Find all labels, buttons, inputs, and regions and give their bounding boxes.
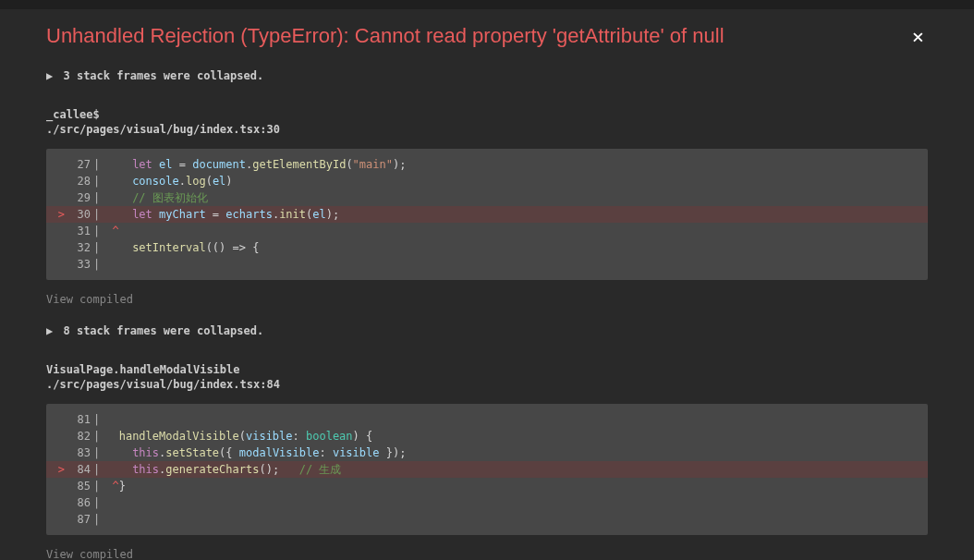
code-line: 33| [46,256,928,273]
code-line: 83| this.setState({ modalVisible: visibl… [46,444,928,461]
code-snippet-1: 27| let el = document.getElementById("ma… [46,149,928,280]
code-line: 32| setInterval(() => { [46,239,928,256]
error-overlay: Unhandled Rejection (TypeError): Cannot … [0,9,974,560]
disclosure-arrow-icon: ▶ [46,69,53,82]
view-compiled-link[interactable]: View compiled [46,548,928,560]
stack-frame-location: ./src/pages/visual/bug/index.tsx:84 [46,378,928,391]
code-line: 85| ^} [46,478,928,494]
collapsed-frames-toggle-2[interactable]: ▶ 8 stack frames were collapsed. [46,324,928,337]
error-title: Unhandled Rejection (TypeError): Cannot … [46,23,724,50]
code-line-error: >84| this.generateCharts(); // 生成 [46,461,928,478]
code-line: 82| handleModalVisible(visible: boolean)… [46,428,928,444]
code-line-error: >30| let myChart = echarts.init(el); [46,206,928,223]
view-compiled-link[interactable]: View compiled [46,293,928,306]
code-line: 28| console.log(el) [46,173,928,189]
code-line: 87| [46,511,928,528]
code-line: 27| let el = document.getElementById("ma… [46,156,928,173]
close-icon[interactable]: × [908,23,928,51]
code-line: 29| // 图表初始化 [46,189,928,206]
stack-frame-location: ./src/pages/visual/bug/index.tsx:30 [46,123,928,136]
code-line: 81| [46,411,928,428]
window-top-bar [0,0,974,9]
collapsed-frames-toggle-1[interactable]: ▶ 3 stack frames were collapsed. [46,69,928,82]
code-line: 31| ^ [46,223,928,239]
collapsed-frames-text: 3 stack frames were collapsed. [63,69,263,82]
disclosure-arrow-icon: ▶ [46,324,53,337]
stack-frame-function: _callee$ [46,108,928,121]
code-snippet-2: 81| 82| handleModalVisible(visible: bool… [46,404,928,535]
collapsed-frames-text: 8 stack frames were collapsed. [63,324,263,337]
code-line: 86| [46,494,928,511]
stack-frame-function: VisualPage.handleModalVisible [46,363,928,376]
